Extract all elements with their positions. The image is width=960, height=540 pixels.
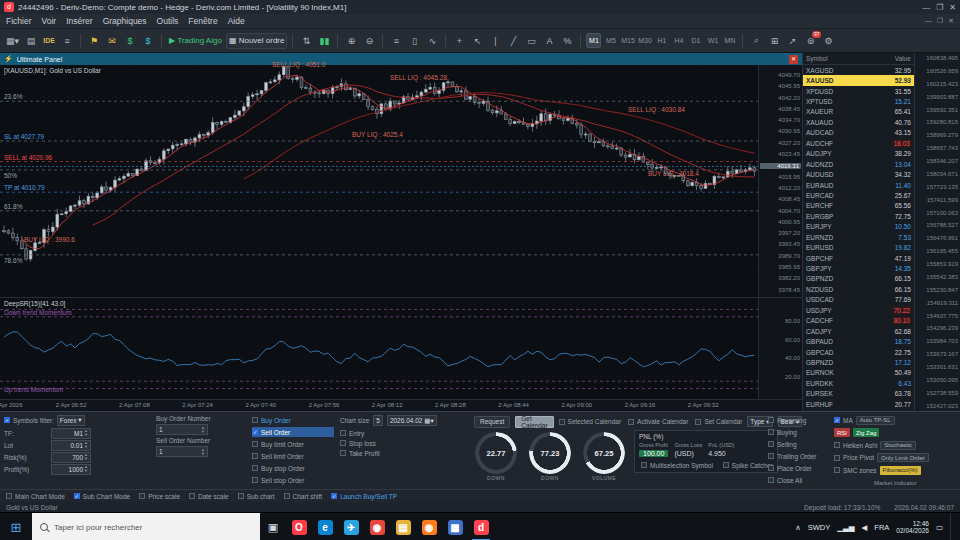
market-watch-row-euraud[interactable]: EURAUD11.40 bbox=[803, 180, 914, 190]
edge-icon[interactable]: e bbox=[312, 513, 338, 540]
taskbar-search[interactable]: Taper ici pour rechercher bbox=[32, 513, 260, 540]
crosshair-button[interactable]: + bbox=[451, 33, 467, 49]
line-chart-button[interactable]: ∿ bbox=[424, 33, 440, 49]
timeframe-w1[interactable]: W1 bbox=[705, 33, 720, 48]
timeframe-d1[interactable]: D1 bbox=[688, 33, 703, 48]
deriv-icon[interactable]: d bbox=[468, 513, 494, 540]
coin-icon[interactable]: $ bbox=[140, 33, 156, 49]
chart-profiles-button[interactable]: ▤ bbox=[23, 33, 39, 49]
stepper-arrows[interactable]: ▲▼ bbox=[84, 429, 88, 437]
price-axis[interactable]: 4049.704045.954042.204038.454034.704030.… bbox=[758, 65, 802, 297]
new-order-button[interactable]: ▦ Nouvel ordre bbox=[226, 33, 288, 49]
volume-icon[interactable]: ◀ bbox=[862, 523, 868, 532]
timeframe-h1[interactable]: H1 bbox=[654, 33, 669, 48]
param-input-tf[interactable]: M1▲▼ bbox=[51, 428, 91, 439]
action-buying[interactable]: Buying bbox=[768, 427, 797, 437]
order-type-buy-limit-order[interactable]: Buy limit Order bbox=[252, 439, 334, 449]
market-watch-row-gbpjpy[interactable]: GBPJPY14.35 bbox=[803, 263, 914, 273]
firefox-icon[interactable]: ◉ bbox=[416, 513, 442, 540]
bar-chart-button[interactable]: ≡ bbox=[388, 33, 404, 49]
calendar-opt-set-calendar[interactable]: Set Calendar bbox=[695, 417, 742, 427]
menu-insrer[interactable]: Insérer bbox=[66, 16, 92, 26]
param-input-profit[interactable]: 1000▲▼ bbox=[51, 464, 91, 475]
option-spike-catcher[interactable]: Spike Catcher bbox=[723, 460, 773, 470]
menu-voir[interactable]: Voir bbox=[42, 16, 57, 26]
scale-icon[interactable]: ⇅ bbox=[298, 33, 314, 49]
market-watch-value-header[interactable]: Value bbox=[895, 55, 911, 62]
entry-opt-take-profit[interactable]: Take Profit bbox=[340, 448, 468, 458]
timeframe-m30[interactable]: M30 bbox=[637, 33, 652, 48]
market-watch-row-xagusd[interactable]: XAGUSD32.95 bbox=[803, 65, 914, 75]
option-multiselection-symbol[interactable]: Multiselection Symbol bbox=[641, 460, 713, 470]
text-button[interactable]: A bbox=[541, 33, 557, 49]
candle-chart-button[interactable]: ▯ bbox=[406, 33, 422, 49]
market-watch-row-audusd[interactable]: AUDUSD34.32 bbox=[803, 169, 914, 179]
search-icon[interactable]: ⌕ bbox=[748, 33, 764, 49]
buy-order-number-stepper[interactable]: 1▲▼ bbox=[156, 424, 208, 435]
maximize-button[interactable]: ❐ bbox=[936, 3, 943, 12]
new-chart-button[interactable]: ▦▾ bbox=[4, 33, 21, 49]
order-type-buy-stop-order[interactable]: Buy stop Order bbox=[252, 463, 334, 473]
entry-opt-entry[interactable]: Entry bbox=[340, 428, 468, 438]
sub-chart[interactable]: DeepSR(15)[41 43.0]Down trend MomentumUp… bbox=[0, 297, 802, 399]
indicator-smc-zones[interactable]: SMC zones bbox=[834, 465, 877, 475]
market-watch-row-audjpy[interactable]: AUDJPY38.29 bbox=[803, 149, 914, 159]
market-watch-row-nzdusd[interactable]: NZDUSD66.15 bbox=[803, 284, 914, 294]
market-watch-row-gbpcad[interactable]: GBPCAD22.75 bbox=[803, 347, 914, 357]
indicator-tag-zig-zag[interactable]: Zig Zag bbox=[853, 428, 879, 437]
language-indicator[interactable]: FRA bbox=[874, 523, 889, 532]
market-watch-row-audchf[interactable]: AUDCHF18.03 bbox=[803, 138, 914, 148]
menu-graphiques[interactable]: Graphiques bbox=[103, 16, 147, 26]
ide-button[interactable]: IDE bbox=[41, 33, 57, 49]
close-button[interactable]: ✕ bbox=[949, 3, 956, 12]
market-watch-row-xptusd[interactable]: XPTUSD15.21 bbox=[803, 96, 914, 106]
indicator-tag-fibonacci---[interactable]: Fibonacci(%) bbox=[880, 466, 921, 475]
chrome-icon[interactable]: ◉ bbox=[364, 513, 390, 540]
symbols-filter-checkbox[interactable]: ✓ Symbols filter: Forex ▾ bbox=[4, 415, 150, 425]
file-explorer-icon[interactable]: ▤ bbox=[390, 513, 416, 540]
alerts-bell-button[interactable]: ⊚97 bbox=[802, 33, 818, 49]
trading-algo-button[interactable]: ▶ Trading Algo bbox=[167, 33, 224, 49]
chart-size-input[interactable]: 5 bbox=[373, 415, 383, 426]
stepper-arrows[interactable]: ▲▼ bbox=[84, 453, 88, 461]
zoom-out-button[interactable]: ⊖ bbox=[361, 33, 377, 49]
market-watch-row-eurnzd[interactable]: EURNZD7.53 bbox=[803, 232, 914, 242]
action-trailing-order[interactable]: Trailing Order bbox=[768, 451, 817, 461]
market-watch-row-eurcad[interactable]: EURCAD25.67 bbox=[803, 190, 914, 200]
zoom-in-button[interactable]: ⊕ bbox=[343, 33, 359, 49]
stepper-arrows[interactable]: ▲▼ bbox=[84, 441, 88, 449]
market-watch-row-audcad[interactable]: AUDCAD43.15 bbox=[803, 128, 914, 138]
market-watch-row-eurhuf[interactable]: EURHUF20.77 bbox=[803, 399, 914, 409]
child-restore-button[interactable]: ❐ bbox=[937, 17, 943, 25]
sell-order-number-stepper[interactable]: 1▲▼ bbox=[156, 446, 208, 457]
mode-sub-chart-mode[interactable]: ✓Sub Chart Mode bbox=[74, 491, 130, 501]
action-selling[interactable]: Selling bbox=[768, 439, 797, 449]
child-close-button[interactable]: ✕ bbox=[948, 17, 954, 25]
market-watch-row-xpdusd[interactable]: XPDUSD31.55 bbox=[803, 86, 914, 96]
timeframe-mn[interactable]: MN bbox=[722, 33, 737, 48]
mode-sub-chart[interactable]: Sub chart bbox=[238, 491, 275, 501]
stepper-arrows[interactable]: ▲▼ bbox=[84, 465, 88, 473]
timeframe-m15[interactable]: M15 bbox=[620, 33, 635, 48]
order-type-buy-order[interactable]: Buy Order bbox=[252, 415, 334, 425]
market-watch-row-eurgbp[interactable]: EURGBP72.75 bbox=[803, 211, 914, 221]
indicator-heiken-ashi[interactable]: Heiken Ashi bbox=[834, 440, 877, 450]
megaphone-icon[interactable]: ⚑ bbox=[86, 33, 102, 49]
action-close-all[interactable]: Close All bbox=[768, 475, 802, 485]
request-button[interactable]: Request bbox=[474, 416, 510, 428]
market-watch-row-cadjpy[interactable]: CADJPY62.68 bbox=[803, 326, 914, 336]
market-watch-row-gbpaud[interactable]: GBPAUD18.75 bbox=[803, 336, 914, 346]
ea-panel-close-button[interactable]: ✕ bbox=[789, 55, 798, 64]
telegram-icon[interactable]: ✈ bbox=[338, 513, 364, 540]
mode-launch-buy-sell-tp[interactable]: ✓Launch Buy/Sell TP bbox=[331, 491, 397, 501]
mode-main-chart-mode[interactable]: Main Chart Mode bbox=[6, 491, 65, 501]
market-watch-row-audnzd[interactable]: AUDNZD13.04 bbox=[803, 159, 914, 169]
shapes-button[interactable]: ▭ bbox=[523, 33, 539, 49]
market-watch-row-xauusd[interactable]: XAUUSD52.93 bbox=[803, 75, 914, 85]
market-watch-row-xauaud[interactable]: XAUAUD40.76 bbox=[803, 117, 914, 127]
calendar-opt-selected-calendar[interactable]: Selected Calendar bbox=[559, 417, 621, 427]
market-watch-row-gbpnzd[interactable]: GBPNZD66.15 bbox=[803, 274, 914, 284]
mode-date-scale[interactable]: Date scale bbox=[189, 491, 229, 501]
order-type-sell-limit-order[interactable]: Sell limit Order bbox=[252, 451, 334, 461]
task-view-icon[interactable]: ▣ bbox=[260, 513, 286, 540]
